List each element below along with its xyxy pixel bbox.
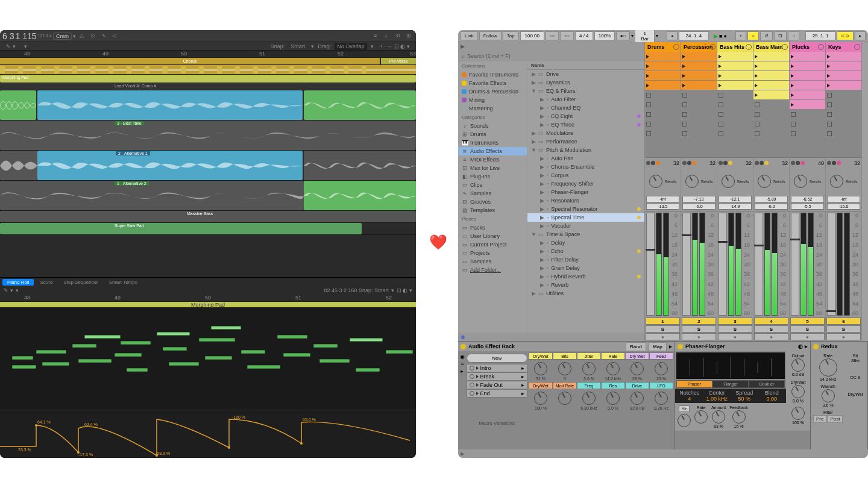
category-item[interactable]: ⊟Grooves [458, 198, 527, 206]
category-item[interactable]: ▭Clips [458, 181, 527, 189]
empty-clip-slot[interactable] [826, 129, 861, 139]
punch-out[interactable]: ▸ [855, 31, 866, 40]
macro-knob[interactable]: Drive8.69 dB [625, 382, 649, 410]
macro-knob[interactable]: Mod Rate [553, 382, 577, 410]
metronome-button[interactable]: ●○ [616, 31, 631, 40]
rack-chain[interactable]: Fade Out▸ [467, 381, 527, 389]
empty-clip-slot[interactable] [645, 129, 681, 139]
browser-item[interactable]: ▶▫EQ Eight [527, 112, 644, 120]
solo-button[interactable]: S [646, 325, 680, 333]
section-chorus[interactable]: Chorus [0, 58, 380, 64]
automation-arm[interactable]: ⟐ [747, 31, 759, 40]
transport-display[interactable]: 6 3 1 115 127 4 4 Cmin ▾ [2, 31, 76, 41]
track-header[interactable]: Keys [826, 42, 861, 52]
send-knob[interactable] [722, 175, 735, 188]
browser-item[interactable]: ▶▫Echo [527, 247, 644, 255]
session-clip[interactable] [717, 61, 753, 71]
empty-clip-slot[interactable] [826, 90, 861, 100]
track-number-button[interactable]: 3 [718, 318, 752, 325]
session-clip[interactable] [681, 71, 717, 81]
post-button[interactable]: Post [827, 415, 843, 423]
session-clip[interactable] [790, 100, 825, 110]
phaser-param[interactable]: Center1.00 kHz [704, 390, 731, 402]
arm-button[interactable]: ● [646, 333, 680, 340]
session-clip[interactable] [753, 81, 789, 90]
category-item[interactable]: 🎹Instruments [458, 139, 527, 147]
macro-knob[interactable]: Freq6.30 kHz [577, 382, 601, 410]
device-fold-icon[interactable]: ◐ ▸ [798, 343, 808, 349]
hz-button[interactable]: Hz [679, 405, 690, 412]
macro-knob[interactable]: Rate14.2 kHz [601, 352, 625, 381]
tempo-field[interactable]: 100.00 [520, 31, 544, 40]
track-take-3[interactable]: 3 - Best Take [0, 120, 416, 151]
search-field[interactable]: ⌕ Search (Cmd + F) [458, 51, 644, 61]
macro-knob[interactable]: Feed23 % [649, 352, 673, 381]
arrange-area[interactable]: Chorus Pre-Verse Morphing Pad Lead Vocal… [0, 58, 416, 277]
browser-folder[interactable]: ▶▭Utilities [527, 289, 644, 298]
new-variation-button[interactable]: New [467, 354, 527, 363]
browser-item[interactable]: ▶▫Hybrid Reverb [527, 272, 644, 281]
browser-item[interactable]: ▶▫Reverb [527, 281, 644, 289]
browser-item[interactable]: ▶▫Phaser-Flanger [527, 188, 644, 196]
empty-clip-slot[interactable] [681, 129, 717, 139]
session-clip[interactable] [681, 81, 717, 90]
browser-item[interactable]: ▶▫Filter Delay [527, 255, 644, 264]
content-header-name[interactable]: Name [527, 61, 644, 70]
edit-tool[interactable]: ✎ ▾ [4, 287, 13, 293]
session-clip[interactable] [826, 71, 861, 81]
device-fold-icon[interactable]: ▸ [669, 343, 672, 349]
volume-fader[interactable] [646, 213, 655, 316]
category-item[interactable]: ≋Audio Effects [458, 147, 527, 155]
browser-folder[interactable]: ▶▭Dynamics [527, 78, 644, 87]
solo-button[interactable]: S [754, 325, 788, 333]
browser-item[interactable]: ▶▫Spectral Resonator [527, 205, 644, 213]
volume-fader[interactable] [682, 213, 691, 316]
browser-folder[interactable]: ▶▭Performance [527, 137, 644, 146]
macro-knob[interactable]: Res0.0 % [601, 382, 625, 410]
session-clip[interactable] [826, 52, 861, 61]
record-button[interactable]: ● [723, 33, 726, 39]
marker-track[interactable] [0, 65, 416, 75]
session-rec[interactable]: ○ [788, 31, 799, 40]
category-item[interactable]: ≡MIDI Effects [458, 155, 527, 164]
macro-knob[interactable]: Dry/Wet100 % [529, 382, 553, 410]
collection-item[interactable]: Favorite Effects [458, 79, 527, 87]
empty-clip-slot[interactable] [681, 119, 717, 129]
browser-preview-icon[interactable]: ◉ [461, 334, 465, 340]
play-button[interactable]: ▶ [714, 33, 718, 39]
session-clip[interactable] [717, 81, 753, 90]
empty-clip-slot[interactable] [681, 110, 717, 119]
macro-knob[interactable]: Dry/Wet31 % [529, 352, 553, 381]
browser-folder[interactable]: ▼▭EQ & Filters [527, 87, 644, 95]
list-icon[interactable]: ≡ [374, 33, 381, 40]
quantize-field[interactable]: 1 Bar [635, 30, 655, 43]
empty-clip-slot[interactable] [645, 90, 681, 100]
arm-button[interactable]: ● [754, 333, 788, 340]
reenable-auto[interactable]: ↺ [760, 31, 773, 40]
track-header[interactable]: Plucks [790, 42, 825, 52]
track-take-1[interactable]: 1 - Alternative 2 [0, 181, 416, 211]
track-lead-vocal[interactable] [0, 90, 416, 120]
browser-item[interactable]: ▶▫Channel EQ [527, 104, 644, 112]
device-phaser-flanger[interactable]: Phaser-Flanger ◐ ▸ Phaser Flanger Double… [675, 342, 811, 449]
tap-button[interactable]: Tap [503, 31, 519, 40]
collection-item[interactable]: Mastering [458, 104, 527, 113]
browser-item[interactable]: ▶▫Auto Filter [527, 95, 644, 104]
drag-select[interactable]: No Overlap [335, 43, 367, 50]
pan-value[interactable]: -14.9 [719, 203, 752, 210]
session-clip[interactable] [790, 90, 825, 100]
empty-clip-slot[interactable] [790, 110, 825, 119]
browser-folder[interactable]: ▶▭Drive [527, 70, 644, 78]
place-item[interactable]: ▭User Library [458, 232, 527, 240]
browser-collapse-icon[interactable]: ▶ [461, 43, 465, 49]
send-knob[interactable] [794, 175, 807, 188]
browser-icon[interactable]: ⊞ [406, 33, 414, 40]
browser-item[interactable]: ▶▫Frequency Shifter [527, 180, 644, 188]
empty-clip-slot[interactable] [717, 119, 753, 129]
empty-clip-slot[interactable] [681, 100, 717, 110]
track-number-button[interactable]: 1 [646, 318, 680, 325]
category-item[interactable]: ⊞Drums [458, 130, 527, 139]
pan-value[interactable]: -13.5 [646, 203, 679, 210]
device-audio-effect-rack[interactable]: Audio Effect Rack Rand Map ▸ ◉ ≡ ▸ New I… [458, 342, 675, 449]
vol-value[interactable]: -Inf [646, 196, 679, 202]
